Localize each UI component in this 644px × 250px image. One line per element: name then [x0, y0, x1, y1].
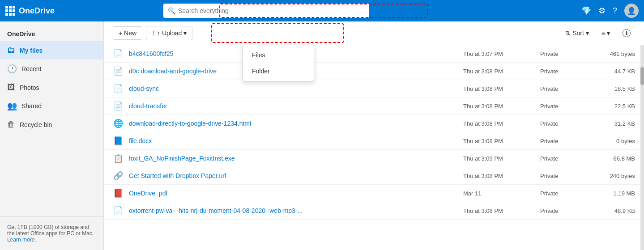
sort-label: Sort: [572, 30, 584, 37]
sidebar-label-recycle-bin: Recycle bin: [20, 121, 52, 128]
upload-files-label: Files: [252, 51, 265, 59]
file-type-icon: 🔗: [113, 171, 124, 181]
file-size: 44.7 KB: [590, 68, 635, 75]
file-sharing: Private: [540, 138, 585, 144]
file-type-icon: 📄: [113, 66, 124, 76]
file-sharing: Private: [540, 155, 585, 162]
file-name[interactable]: Get Started with Dropbox Paper.url: [129, 172, 458, 179]
gear-icon[interactable]: ⚙: [598, 6, 606, 16]
file-date: Thu at 3:08 PM: [463, 208, 535, 214]
file-sharing: Private: [540, 173, 585, 179]
file-row[interactable]: 📄 b4c841600fcf25 Thu at 3:07 PM Private …: [104, 45, 644, 63]
file-date: Thu at 3:08 PM: [463, 68, 535, 75]
file-sharing: Private: [540, 51, 585, 57]
shared-icon: 👥: [7, 101, 17, 111]
view-icon: ≡: [601, 30, 605, 37]
topbar: OneDrive 🔍 💎 ⚙ ? 👤: [0, 0, 644, 21]
file-date: Thu at 3:07 PM: [463, 51, 535, 57]
app-logo[interactable]: OneDrive: [5, 6, 55, 16]
file-type-icon: 📘: [113, 136, 124, 146]
sidebar-item-recycle-bin[interactable]: 🗑 Recycle bin: [0, 115, 103, 134]
file-row[interactable]: 🌐 download-directly-to-google-drive-1234…: [104, 115, 644, 132]
learn-more-link[interactable]: Learn more.: [7, 237, 36, 243]
app-title: OneDrive: [19, 6, 55, 16]
upload-folder-item[interactable]: Folder: [243, 63, 314, 79]
topbar-actions: 💎 ⚙ ? 👤: [581, 4, 639, 18]
sort-chevron-icon: ▾: [586, 30, 589, 37]
file-row[interactable]: 📕 OneDrive .pdf Mar 11 Private 1.19 MB: [104, 185, 644, 202]
file-type-icon: 📄: [113, 49, 124, 59]
view-toggle-button[interactable]: ≡ ▾: [597, 27, 614, 39]
avatar[interactable]: 👤: [624, 4, 639, 18]
new-button[interactable]: + New: [113, 26, 142, 40]
file-size: 1.19 MB: [590, 190, 635, 197]
file-size: 31.2 KB: [590, 120, 635, 127]
file-type-icon: 📕: [113, 188, 124, 198]
toolbar-right: ⇅ Sort ▾ ≡ ▾ ℹ: [561, 26, 635, 40]
help-icon[interactable]: ?: [613, 6, 617, 16]
sidebar-header: OneDrive: [0, 25, 103, 41]
search-input[interactable]: [178, 7, 365, 14]
file-sharing: Private: [540, 190, 585, 197]
file-row[interactable]: 📄 oxtorrent-pw-va---hits-nrj-du-moment-0…: [104, 202, 644, 220]
file-row[interactable]: 🔗 Get Started with Dropbox Paper.url Thu…: [104, 167, 644, 185]
waffle-icon[interactable]: [5, 6, 15, 16]
upload-dropdown: Files Folder: [243, 45, 314, 81]
layout: OneDrive 🗂 My files 🕐 Recent 🖼 Photos 👥 …: [0, 21, 644, 250]
file-size: 22.5 KB: [590, 103, 635, 110]
file-date: Thu at 3:08 PM: [463, 103, 535, 110]
sidebar-title: OneDrive: [7, 30, 35, 38]
scroll-thumb[interactable]: [640, 67, 644, 85]
file-sharing: Private: [540, 208, 585, 214]
sidebar-label-recent: Recent: [21, 65, 41, 72]
highlight-box: [211, 23, 344, 43]
sidebar-item-recent[interactable]: 🕐 Recent: [0, 59, 103, 78]
file-type-icon: 📄: [113, 84, 124, 93]
upload-icon: ↑: [152, 29, 155, 37]
file-date: Mar 11: [463, 190, 535, 197]
file-date: Thu at 3:08 PM: [463, 138, 535, 144]
file-name[interactable]: OneDrive .pdf: [129, 190, 458, 197]
file-name[interactable]: cloud-sync: [129, 85, 458, 92]
upload-button[interactable]: ↑ ↑ Upload ▾: [146, 26, 192, 40]
new-button-label: + New: [119, 30, 136, 37]
my-files-icon: 🗂: [7, 46, 15, 55]
upload-chevron-icon: ▾: [183, 30, 187, 37]
file-name[interactable]: cloud-transfer: [129, 102, 458, 110]
file-name[interactable]: file.docx: [129, 137, 458, 144]
sidebar-item-photos[interactable]: 🖼 Photos: [0, 78, 103, 97]
upload-files-item[interactable]: Files: [243, 47, 314, 63]
view-chevron-icon: ▾: [607, 30, 610, 37]
file-sharing: Private: [540, 103, 585, 110]
file-type-icon: 📋: [113, 153, 124, 163]
search-bar[interactable]: 🔍: [163, 4, 369, 18]
file-size: 240 bytes: [590, 173, 635, 179]
info-icon: ℹ: [623, 29, 631, 37]
file-row[interactable]: 📘 file.docx Thu at 3:08 PM Private 0 byt…: [104, 132, 644, 150]
file-size: 0 bytes: [590, 138, 635, 144]
footer-text: Get 1TB (1000 GB) of storage and the lat…: [7, 224, 94, 237]
file-size: 461 bytes: [590, 51, 635, 57]
sort-icon: ⇅: [565, 30, 571, 37]
file-row[interactable]: 📄 cloud-sync Thu at 3:08 PM Private 18.5…: [104, 80, 644, 97]
file-row[interactable]: 📄 cloud-transfer Thu at 3:08 PM Private …: [104, 97, 644, 115]
file-sharing: Private: [540, 68, 585, 75]
scrollbar[interactable]: [640, 45, 644, 250]
file-name[interactable]: oxtorrent-pw-va---hits-nrj-du-moment-04-…: [129, 207, 458, 214]
sidebar-footer: Get 1TB (1000 GB) of storage and the lat…: [0, 216, 103, 250]
sort-button[interactable]: ⇅ Sort ▾: [561, 27, 593, 39]
file-name[interactable]: download-directly-to-google-drive-1234.h…: [129, 120, 458, 127]
info-button[interactable]: ℹ: [618, 26, 635, 40]
file-row[interactable]: 📋 foxit_GA_NoFinishPage_FoxitInst.exe Th…: [104, 150, 644, 167]
file-row[interactable]: 📄 d0c download-and-google-drive Thu at 3…: [104, 63, 644, 80]
sidebar-item-shared[interactable]: 👥 Shared: [0, 97, 103, 115]
sidebar-item-my-files[interactable]: 🗂 My files: [0, 41, 103, 59]
file-sharing: Private: [540, 120, 585, 127]
file-name[interactable]: foxit_GA_NoFinishPage_FoxitInst.exe: [129, 155, 458, 162]
sidebar-label-shared: Shared: [21, 102, 42, 110]
diamond-icon[interactable]: 💎: [581, 6, 591, 16]
file-date: Thu at 3:08 PM: [463, 120, 535, 127]
sidebar-label-photos: Photos: [20, 84, 39, 91]
upload-folder-label: Folder: [252, 68, 270, 75]
toolbar: + New ↑ ↑ Upload ▾ Files Folder ⇅: [104, 21, 644, 45]
